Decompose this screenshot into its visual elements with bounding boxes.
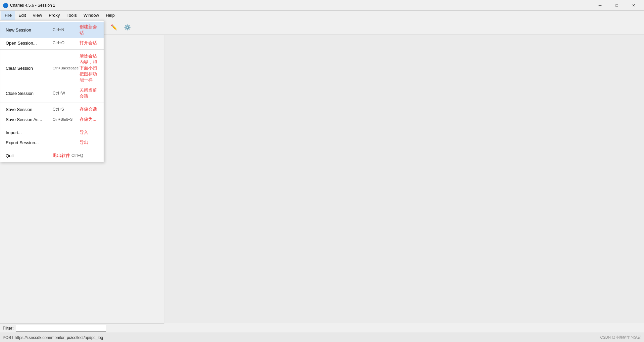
clear-session-shortcut: Ctrl+Backspace	[53, 66, 79, 70]
filter-label: Filter:	[3, 326, 14, 331]
save-session-as-shortcut: Ctrl+Shift+S	[53, 117, 79, 121]
menu-import[interactable]: Import... 导入	[0, 127, 104, 137]
window-title: Charles 4.5.6 - Session 1	[10, 3, 641, 8]
quit-label: Quit	[6, 153, 53, 158]
separator-1	[0, 49, 104, 50]
open-session-annotation: 打开会话	[79, 40, 97, 46]
open-session-label: Open Session...	[6, 41, 53, 46]
clear-session-annotation: 清除会话内容，和下面小扫把图标功能一样	[79, 53, 98, 83]
status-right: CSDN @小顾的学习笔记	[600, 335, 641, 340]
pencil-toolbar-button[interactable]: ✏️	[108, 22, 120, 33]
menu-item-proxy[interactable]: Proxy	[45, 11, 63, 20]
menu-clear-session[interactable]: Clear Session Ctrl+Backspace 清除会话内容，和下面小…	[0, 51, 104, 85]
separator-4	[0, 149, 104, 149]
close-button[interactable]: ✕	[626, 0, 641, 11]
new-session-annotation: 创建新会话	[79, 24, 98, 36]
save-session-label: Save Session	[6, 107, 53, 112]
export-session-annotation: 导出	[79, 139, 88, 146]
menu-item-edit[interactable]: Edit	[15, 11, 29, 20]
separator-3	[0, 126, 104, 126]
import-label: Import...	[6, 130, 53, 135]
menu-save-session-as[interactable]: Save Session As... Ctrl+Shift+S 存储为...	[0, 114, 104, 124]
app-icon: 🔵	[3, 3, 8, 8]
menu-quit[interactable]: Quit 退出软件 Ctrl+Q	[0, 151, 104, 161]
quit-annotation: 退出软件	[53, 153, 70, 159]
save-session-annotation: 存储会话	[79, 106, 97, 112]
menu-save-session[interactable]: Save Session Ctrl+S 存储会话	[0, 104, 104, 114]
menu-export-session[interactable]: Export Session... 导出	[0, 137, 104, 148]
menu-bar: File Edit View Proxy Tools Window Help	[0, 11, 644, 20]
quit-shortcut: Ctrl+Q	[71, 153, 98, 158]
open-session-shortcut: Ctrl+O	[53, 41, 79, 45]
close-session-label: Close Session	[6, 91, 53, 96]
new-session-shortcut: Ctrl+N	[53, 27, 79, 32]
export-session-label: Export Session...	[6, 140, 53, 145]
window-controls: ─ □ ✕	[592, 0, 641, 11]
file-dropdown-menu: New Session Ctrl+N 创建新会话 Open Session...…	[0, 20, 104, 162]
status-left: POST https://i.snssdk.com/monitor_pc/col…	[3, 335, 103, 340]
title-bar: 🔵 Charles 4.5.6 - Session 1 ─ □ ✕	[0, 0, 644, 11]
save-session-as-label: Save Session As...	[6, 117, 53, 122]
menu-item-file[interactable]: File	[1, 11, 15, 20]
menu-item-window[interactable]: Window	[80, 11, 102, 20]
separator-2	[0, 103, 104, 103]
save-session-as-annotation: 存储为...	[79, 116, 96, 122]
save-session-shortcut: Ctrl+S	[53, 107, 79, 112]
status-bar: POST https://i.snssdk.com/monitor_pc/col…	[0, 333, 644, 342]
menu-item-view[interactable]: View	[29, 11, 45, 20]
maximize-button[interactable]: □	[609, 0, 625, 11]
right-panel	[164, 35, 644, 323]
new-session-label: New Session	[6, 27, 53, 33]
import-annotation: 导入	[79, 129, 88, 135]
menu-item-help[interactable]: Help	[102, 11, 118, 20]
menu-open-session[interactable]: Open Session... Ctrl+O 打开会话	[0, 38, 104, 48]
settings-toolbar-button[interactable]: ⚙️	[121, 22, 133, 33]
clear-session-label: Clear Session	[6, 66, 53, 71]
minimize-button[interactable]: ─	[592, 0, 608, 11]
menu-close-session[interactable]: Close Session Ctrl+W 关闭当前会话	[0, 85, 104, 101]
filter-bar: Filter:	[0, 323, 164, 333]
menu-item-tools[interactable]: Tools	[63, 11, 80, 20]
close-session-shortcut: Ctrl+W	[53, 91, 79, 96]
filter-input[interactable]	[16, 325, 106, 332]
close-session-annotation: 关闭当前会话	[79, 87, 98, 99]
menu-new-session[interactable]: New Session Ctrl+N 创建新会话	[0, 22, 104, 38]
